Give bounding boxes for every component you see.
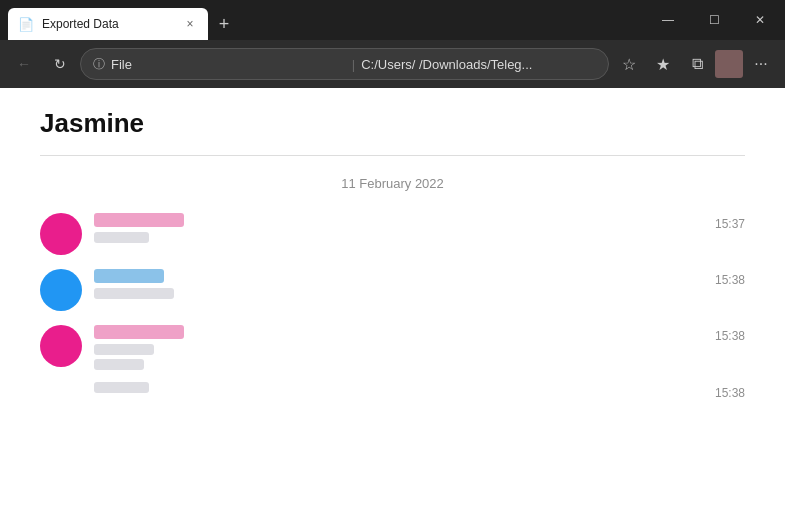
message-body: [94, 269, 693, 299]
favorites-button[interactable]: ★: [647, 48, 679, 80]
file-label: File: [111, 57, 346, 72]
back-button[interactable]: ←: [8, 48, 40, 80]
collections-button[interactable]: ⧉: [681, 48, 713, 80]
message-list: 15:37 15:38 15:38 15:38: [40, 209, 745, 402]
message-body: [94, 382, 693, 393]
message-sender: [94, 213, 184, 227]
table-row: 15:38: [40, 380, 745, 402]
message-body: [94, 213, 693, 243]
address-text: C:/Users/ /Downloads/Teleg...: [361, 57, 596, 72]
pipe-separator: |: [352, 57, 355, 72]
message-text: [94, 288, 174, 299]
tab-title: Exported Data: [42, 17, 174, 31]
table-row: 15:38: [40, 321, 745, 374]
table-row: 15:38: [40, 265, 745, 315]
message-text: [94, 232, 149, 243]
message-text: [94, 382, 149, 393]
add-reading-list-button[interactable]: ☆: [613, 48, 645, 80]
message-time: 15:37: [705, 213, 745, 231]
more-button[interactable]: ···: [745, 48, 777, 80]
minimize-button[interactable]: —: [645, 4, 691, 36]
message-text: [94, 344, 154, 355]
page-heading: Jasmine: [40, 108, 745, 156]
maximize-button[interactable]: ☐: [691, 4, 737, 36]
message-sender: [94, 269, 164, 283]
date-separator: 11 February 2022: [40, 176, 745, 191]
new-tab-button[interactable]: +: [208, 8, 240, 40]
avatar: [40, 269, 82, 311]
refresh-button[interactable]: ↻: [44, 48, 76, 80]
avatar: [40, 325, 82, 367]
message-time: 15:38: [705, 382, 745, 400]
avatar: [40, 213, 82, 255]
page-content: Jasmine 11 February 2022 15:37 15:38: [0, 88, 785, 519]
message-body: [94, 325, 693, 370]
message-time: 15:38: [705, 325, 745, 343]
info-icon[interactable]: ⓘ: [93, 56, 105, 73]
close-button[interactable]: ✕: [737, 4, 783, 36]
tab-close-button[interactable]: ×: [182, 16, 198, 32]
message-time: 15:38: [705, 269, 745, 287]
message-sender: [94, 325, 184, 339]
tab-file-icon: 📄: [18, 17, 34, 32]
address-bar[interactable]: ⓘ File | C:/Users/ /Downloads/Teleg...: [80, 48, 609, 80]
table-row: 15:37: [40, 209, 745, 259]
profile-avatar[interactable]: [715, 50, 743, 78]
message-text-2: [94, 359, 144, 370]
